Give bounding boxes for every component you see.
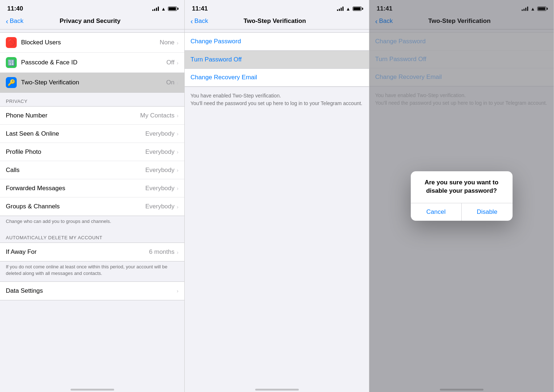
last-seen-label: Last Seen & Online: [6, 130, 145, 137]
auto-delete-footer: If you do not come online at least once …: [0, 261, 184, 281]
forwarded-messages-label: Forwarded Messages: [6, 185, 145, 192]
auto-delete-label: AUTOMATICALLY DELETE MY ACCOUNT: [0, 229, 184, 243]
panel-two-step-dialog: 11:41 ▲ ‹ Back Two-Step Verification: [369, 0, 554, 392]
chevron-right-icon-5: ›: [177, 131, 178, 137]
blocked-users-icon: 🚫: [6, 37, 17, 48]
auto-delete-group: If Away For 6 months ›: [0, 243, 184, 261]
two-step-icon: 🔑: [6, 77, 17, 88]
phone-number-row[interactable]: Phone Number My Contacts ›: [0, 107, 184, 125]
chevron-right-icon-2: ›: [177, 60, 178, 66]
status-icons-1: ▲: [152, 6, 177, 12]
status-time-2: 11:41: [192, 5, 208, 12]
if-away-for-row[interactable]: If Away For 6 months ›: [0, 243, 184, 261]
chevron-right-icon-9: ›: [177, 204, 178, 210]
chevron-right-icon: ›: [177, 40, 178, 46]
data-settings-row[interactable]: Data Settings ›: [0, 282, 184, 300]
page-title-1: Privacy and Security: [23, 17, 157, 25]
chevron-right-icon-6: ›: [177, 149, 178, 155]
data-settings-group: Data Settings ›: [0, 281, 184, 300]
privacy-section-label: PRIVACY: [0, 93, 184, 106]
blocked-users-label: Blocked Users: [21, 39, 160, 46]
change-password-option[interactable]: Change Password: [185, 33, 369, 51]
calls-label: Calls: [6, 167, 145, 174]
if-away-for-value: 6 months: [149, 248, 174, 256]
chevron-right-icon-7: ›: [177, 167, 178, 173]
chevron-right-icon-3: ›: [177, 80, 178, 86]
groups-channels-value: Everybody: [145, 203, 174, 210]
blocked-users-row[interactable]: 🚫 Blocked Users None ›: [0, 33, 184, 53]
home-indicator-1: [0, 386, 184, 392]
back-button-2[interactable]: ‹ Back: [190, 17, 208, 25]
turn-password-off-option[interactable]: Turn Password Off: [185, 51, 369, 69]
nav-bar-1: ‹ Back Privacy and Security: [0, 15, 184, 29]
back-button-1[interactable]: ‹ Back: [6, 17, 23, 25]
profile-photo-value: Everybody: [145, 148, 174, 156]
profile-photo-label: Profile Photo: [6, 148, 145, 156]
battery-icon-1: [168, 7, 177, 11]
tsv-info-text-1: You have enabled Two-Step verification.Y…: [185, 87, 369, 112]
turn-password-off-label: Turn Password Off: [190, 56, 242, 63]
status-bar-1: 11:40 ▲: [0, 0, 184, 15]
change-recovery-email-option[interactable]: Change Recovery Email: [185, 69, 369, 87]
cancel-button[interactable]: Cancel: [411, 203, 462, 221]
chevron-right-icon-8: ›: [177, 185, 178, 191]
change-password-label: Change Password: [190, 38, 241, 45]
groups-channels-row[interactable]: Groups & Channels Everybody ›: [0, 197, 184, 216]
passcode-face-id-row[interactable]: 🔢 Passcode & Face ID Off ›: [0, 53, 184, 73]
back-label-2: Back: [194, 17, 208, 25]
data-settings-label: Data Settings: [6, 287, 177, 295]
phone-number-label: Phone Number: [6, 112, 140, 119]
chevron-left-icon-1: ‹: [6, 17, 8, 25]
back-label-1: Back: [10, 17, 24, 25]
alert-overlay: Are you sure you want to disable your pa…: [369, 0, 554, 392]
home-indicator-2: [185, 386, 369, 392]
chevron-right-icon-10: ›: [177, 249, 178, 255]
signal-icon-2: [337, 7, 344, 11]
alert-dialog: Are you sure you want to disable your pa…: [411, 171, 513, 220]
chevron-left-icon-2: ‹: [190, 17, 193, 25]
passcode-icon: 🔢: [6, 57, 17, 68]
status-icons-2: ▲: [337, 6, 362, 12]
change-recovery-email-label: Change Recovery Email: [190, 74, 257, 81]
forwarded-messages-value: Everybody: [145, 185, 174, 192]
last-seen-value: Everybody: [145, 130, 174, 137]
two-step-verification-row[interactable]: 🔑 Two-Step Verification On ›: [0, 73, 184, 92]
chevron-right-icon-4: ›: [177, 112, 178, 119]
calls-row[interactable]: Calls Everybody ›: [0, 161, 184, 179]
two-step-label: Two-Step Verification: [21, 79, 166, 86]
two-step-value: On: [166, 79, 174, 86]
blocked-users-value: None: [160, 39, 174, 46]
security-group: 🚫 Blocked Users None › 🔢 Passcode & Face…: [0, 32, 184, 93]
wifi-icon-1: ▲: [161, 6, 166, 12]
passcode-label: Passcode & Face ID: [21, 59, 166, 66]
calls-value: Everybody: [145, 167, 174, 174]
panel-privacy-security: 11:40 ▲ ‹ Back Privacy and Security: [0, 0, 185, 392]
status-bar-2: 11:41 ▲: [185, 0, 369, 15]
battery-icon-2: [353, 7, 362, 11]
wifi-icon-2: ▲: [346, 6, 350, 12]
phone-number-value: My Contacts: [140, 112, 174, 119]
alert-title: Are you sure you want to disable your pa…: [411, 171, 513, 197]
privacy-group: Phone Number My Contacts › Last Seen & O…: [0, 106, 184, 216]
nav-bar-2: ‹ Back Two-Step Verification: [185, 15, 369, 29]
last-seen-row[interactable]: Last Seen & Online Everybody ›: [0, 125, 184, 143]
privacy-footer: Change who can add you to groups and cha…: [0, 216, 184, 229]
tsv-options-group: Change Password Turn Password Off Change…: [185, 32, 369, 87]
tsv-scroll-1: Change Password Turn Password Off Change…: [185, 29, 369, 386]
profile-photo-row[interactable]: Profile Photo Everybody ›: [0, 143, 184, 161]
alert-buttons: Cancel Disable: [411, 203, 513, 221]
chevron-right-icon-11: ›: [177, 288, 178, 294]
groups-channels-label: Groups & Channels: [6, 203, 145, 210]
disable-button[interactable]: Disable: [462, 203, 513, 221]
if-away-for-label: If Away For: [6, 248, 149, 256]
signal-icon-1: [152, 7, 159, 11]
forwarded-messages-row[interactable]: Forwarded Messages Everybody ›: [0, 179, 184, 197]
status-time-1: 11:40: [7, 5, 23, 12]
settings-scroll-1: 🚫 Blocked Users None › 🔢 Passcode & Face…: [0, 29, 184, 386]
page-title-2: Two-Step Verification: [208, 17, 341, 25]
passcode-value: Off: [166, 59, 174, 66]
panel-two-step-list: 11:41 ▲ ‹ Back Two-Step Verification: [185, 0, 369, 392]
